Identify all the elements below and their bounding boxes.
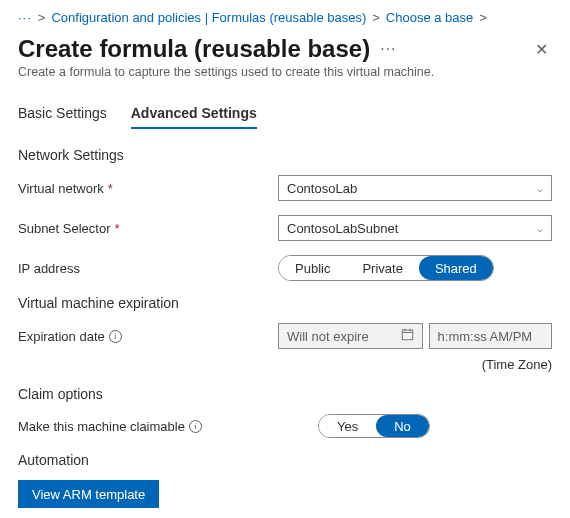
breadcrumb-choose-base[interactable]: Choose a base (386, 10, 473, 25)
breadcrumb-config-policies[interactable]: Configuration and policies | Formulas (r… (51, 10, 366, 25)
timezone-link[interactable]: (Time Zone) (18, 357, 552, 372)
label-ip-address: IP address (18, 261, 278, 276)
svg-rect-0 (402, 330, 413, 340)
label-expiration-date: Expiration date i (18, 329, 278, 344)
claimable-yes[interactable]: Yes (319, 415, 376, 437)
required-asterisk: * (115, 221, 120, 236)
section-network-settings: Network Settings (18, 147, 552, 163)
claimable-toggle: Yes No (318, 414, 430, 438)
label-virtual-network: Virtual network* (18, 181, 278, 196)
select-value: ContosoLabSubnet (287, 221, 398, 236)
calendar-icon[interactable] (401, 328, 414, 344)
section-claim-options: Claim options (18, 386, 552, 402)
breadcrumb-sep: > (38, 10, 46, 25)
more-actions-icon[interactable]: ··· (380, 40, 396, 58)
date-placeholder: Will not expire (287, 329, 369, 344)
select-value: ContosoLab (287, 181, 357, 196)
required-asterisk: * (108, 181, 113, 196)
ip-address-toggle: Public Private Shared (278, 255, 494, 281)
info-icon[interactable]: i (189, 420, 202, 433)
claimable-no[interactable]: No (376, 415, 429, 437)
input-expiration-time[interactable]: h:mm:ss AM/PM (429, 323, 552, 349)
input-expiration-date[interactable]: Will not expire (278, 323, 423, 349)
select-subnet[interactable]: ContosoLabSubnet ⌵ (278, 215, 552, 241)
section-vm-expiration: Virtual machine expiration (18, 295, 552, 311)
tabs: Basic Settings Advanced Settings (18, 105, 552, 129)
view-arm-template-button[interactable]: View ARM template (18, 480, 159, 508)
section-automation: Automation (18, 452, 552, 468)
select-virtual-network[interactable]: ContosoLab ⌵ (278, 175, 552, 201)
page-title: Create formula (reusable base) (18, 35, 370, 63)
label-claimable: Make this machine claimable i (18, 419, 278, 434)
ip-option-shared[interactable]: Shared (419, 256, 493, 280)
close-icon[interactable]: ✕ (531, 36, 552, 63)
breadcrumb: ··· > Configuration and policies | Formu… (18, 10, 552, 25)
chevron-down-icon: ⌵ (537, 183, 543, 194)
tab-basic-settings[interactable]: Basic Settings (18, 105, 107, 129)
label-subnet-selector: Subnet Selector* (18, 221, 278, 236)
time-placeholder: h:mm:ss AM/PM (438, 329, 533, 344)
breadcrumb-overflow[interactable]: ··· (18, 10, 32, 25)
page-subtitle: Create a formula to capture the settings… (18, 65, 552, 79)
breadcrumb-sep: > (479, 10, 487, 25)
tab-advanced-settings[interactable]: Advanced Settings (131, 105, 257, 129)
chevron-down-icon: ⌵ (537, 223, 543, 234)
ip-option-public[interactable]: Public (279, 256, 346, 280)
ip-option-private[interactable]: Private (346, 256, 418, 280)
breadcrumb-sep: > (372, 10, 380, 25)
info-icon[interactable]: i (109, 330, 122, 343)
